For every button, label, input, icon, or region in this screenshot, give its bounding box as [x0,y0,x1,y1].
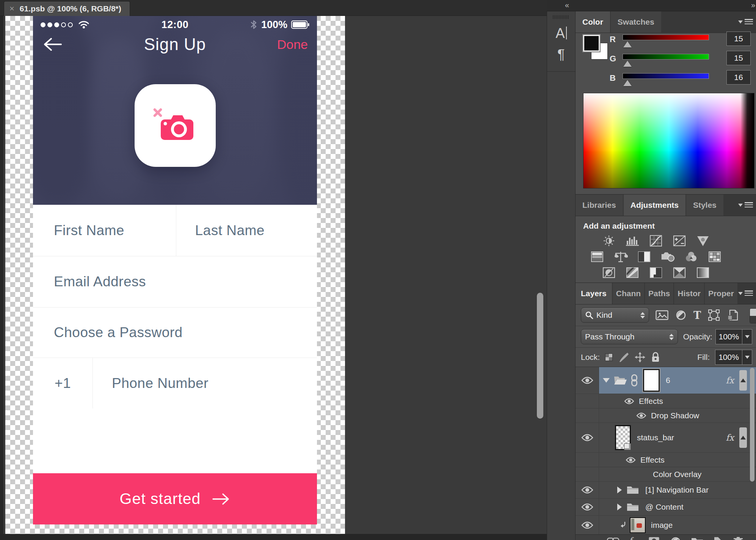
opacity-dropdown-arrow[interactable] [742,330,752,344]
expand-group-triangle[interactable] [617,504,622,510]
panel-menu-icon[interactable] [738,195,753,216]
color-spectrum-picker[interactable] [583,93,754,188]
tab-history[interactable]: Histor [674,283,704,304]
kind-filter-dropdown[interactable]: Kind [581,308,649,323]
filter-smart-objects-icon[interactable] [727,309,738,321]
vibrance-icon[interactable] [695,235,711,247]
collapse-panels-icon[interactable]: « [565,1,569,9]
layer-filtering-toggle[interactable] [750,308,756,323]
lock-transparency-icon[interactable] [605,353,613,361]
paragraph-panel-button[interactable]: ¶ [547,44,575,65]
dock-grip[interactable] [553,15,569,19]
gradient-map-icon[interactable] [695,267,711,279]
panel-menu-icon[interactable] [738,11,753,33]
new-group-icon[interactable] [691,537,704,540]
layer-row-color-overlay[interactable]: Color Overlay [576,467,756,482]
green-slider-thumb[interactable] [623,61,632,67]
layer-row-image[interactable]: image [576,516,756,534]
layer-row-content[interactable]: @ Content [576,499,756,516]
photo-filter-icon[interactable] [660,251,675,263]
green-value[interactable]: 15 [726,51,751,65]
delete-layer-icon[interactable] [733,537,743,540]
red-slider[interactable] [623,35,709,40]
layer-row-effects[interactable]: Effects [576,394,756,408]
lock-all-icon[interactable] [651,352,660,363]
black-white-icon[interactable] [637,251,652,263]
selective-color-icon[interactable] [672,267,687,279]
visibility-eye-icon[interactable] [581,503,593,511]
blend-mode-dropdown[interactable]: Pass Through [581,329,678,344]
visibility-eye-icon[interactable] [636,412,646,419]
foreground-color-chip[interactable] [583,35,600,52]
layer-style-icon[interactable]: f [629,536,632,540]
hue-saturation-icon[interactable] [590,251,605,263]
threshold-icon[interactable] [648,267,663,279]
character-panel-button[interactable]: A [547,23,575,44]
fill-input[interactable]: 100% [715,350,752,365]
tab-libraries[interactable]: Libraries [576,195,623,216]
document-tab[interactable]: × 61.psb @ 100% (6, RGB/8*) [4,1,130,16]
link-layers-icon[interactable] [607,537,620,540]
tab-color[interactable]: Color [576,11,610,33]
red-slider-thumb[interactable] [623,41,632,47]
filter-type-layers-icon[interactable]: T [693,310,701,320]
tab-swatches[interactable]: Swatches [611,11,661,33]
tab-properties[interactable]: Proper [705,283,737,304]
posterize-icon[interactable] [625,267,640,279]
visibility-eye-icon[interactable] [581,376,593,385]
canvas-vertical-scrollbar[interactable] [537,293,543,419]
signup-design-artboard[interactable]: 12:00 100% Sign Up Done First Name [33,16,317,524]
layer-row-group-6[interactable]: 6 fx [576,367,756,394]
layer-row-status-bar[interactable]: status_bar fx [576,423,756,453]
exposure-icon[interactable] [672,235,687,247]
layer-thumbnail[interactable] [643,369,660,392]
canvas-horizontal-scroll-track[interactable] [0,534,547,540]
layer-thumbnail[interactable] [615,425,631,450]
layer-thumbnail[interactable] [630,517,646,533]
collapse-group-triangle[interactable] [603,378,610,383]
tab-paths[interactable]: Paths [645,283,673,304]
curves-icon[interactable] [648,235,663,247]
opacity-input[interactable]: 100% [715,329,752,344]
filter-adjustment-layers-icon[interactable] [676,310,686,320]
color-lookup-icon[interactable] [707,251,722,263]
fx-badge[interactable]: fx [726,375,734,385]
panel-menu-icon[interactable] [738,283,753,304]
expand-group-triangle[interactable] [617,487,622,493]
blue-slider[interactable] [623,73,709,79]
filter-pixel-layers-icon[interactable] [656,310,668,320]
collapse-effects-chevron[interactable] [739,427,747,448]
visibility-eye-icon[interactable] [626,457,636,463]
fx-badge[interactable]: fx [726,433,734,443]
visibility-eye-icon[interactable] [581,521,593,529]
blue-slider-thumb[interactable] [623,80,632,86]
visibility-eye-icon[interactable] [581,486,593,494]
red-value[interactable]: 15 [726,31,751,46]
new-adjustment-layer-icon[interactable] [670,537,681,540]
filter-shape-layers-icon[interactable] [708,309,720,321]
invert-icon[interactable] [601,267,616,279]
lock-pixels-brush-icon[interactable] [618,352,629,363]
visibility-eye-icon[interactable] [581,433,593,442]
layer-name[interactable]: @ Content [645,502,684,512]
add-mask-icon[interactable] [648,537,660,540]
new-layer-icon[interactable] [712,537,722,540]
layer-name[interactable]: [1] Navigation Bar [645,485,709,494]
channel-mixer-icon[interactable] [684,251,699,263]
collapse-effects-chevron[interactable] [739,370,747,391]
levels-icon[interactable] [625,235,640,247]
layer-row-effects[interactable]: Effects [576,453,756,467]
layer-name[interactable]: status_bar [637,433,674,442]
tab-channels[interactable]: Chann [613,283,644,304]
color-balance-icon[interactable] [613,251,628,263]
tab-styles[interactable]: Styles [686,195,723,216]
visibility-eye-icon[interactable] [624,398,634,405]
blue-value[interactable]: 16 [726,70,751,85]
tab-adjustments[interactable]: Adjustments [624,195,685,216]
layer-row-drop-shadow[interactable]: Drop Shadow [576,408,756,423]
tab-layers[interactable]: Layers [576,283,612,304]
layer-row-navigation-bar[interactable]: [1] Navigation Bar [576,482,756,499]
fill-dropdown-arrow[interactable] [742,350,752,364]
expand-panels-icon[interactable]: » [751,1,755,9]
lock-position-icon[interactable] [635,352,645,363]
